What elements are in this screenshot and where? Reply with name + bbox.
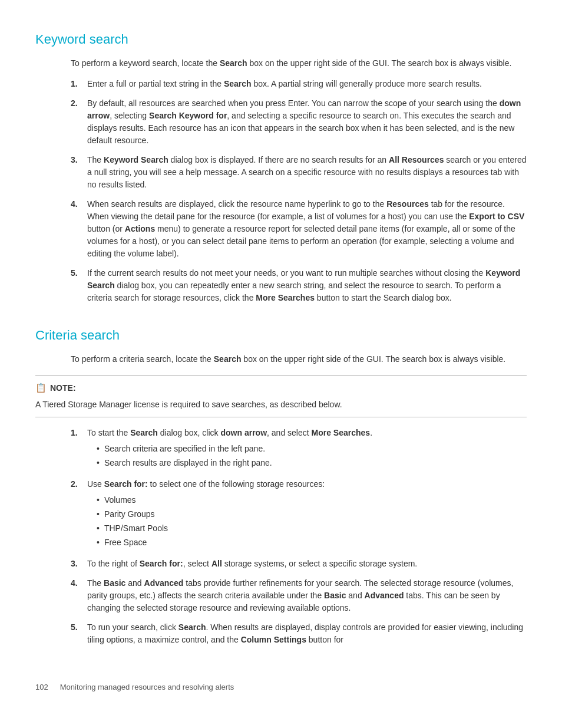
keyword-item-5: If the current search results do not mee… — [71, 267, 527, 304]
criteria-item-1-bullets: Search criteria are specified in the lef… — [87, 443, 527, 469]
criteria-item-4: The Basic and Advanced tabs provide furt… — [71, 577, 527, 614]
criteria-search-section: Criteria search To perform a criteria se… — [35, 325, 527, 646]
keyword-item-4-content: When search results are displayed, click… — [87, 198, 527, 260]
keyword-item-2-content: By default, all resources are searched w… — [87, 97, 527, 147]
criteria-item-3: To the right of Search for:, select All … — [71, 558, 527, 570]
footer: 102 Monitoring managed resources and res… — [35, 681, 527, 693]
criteria-item-1: To start the Search dialog box, click do… — [71, 427, 527, 471]
note-box: 📋 NOTE: A Tiered Storage Manager license… — [35, 375, 527, 417]
keyword-search-title: Keyword search — [35, 29, 527, 49]
criteria-item-1-content: To start the Search dialog box, click do… — [87, 427, 527, 471]
bullet-item: Search results are displayed in the righ… — [97, 457, 527, 469]
criteria-item-2-content: Use Search for: to select one of the fol… — [87, 478, 527, 551]
bullet-item: Parity Groups — [97, 508, 527, 521]
note-icon: 📋 — [35, 381, 47, 395]
criteria-item-5-content: To run your search, click Search. When r… — [87, 621, 527, 646]
criteria-item-3-content: To the right of Search for:, select All … — [87, 558, 527, 570]
keyword-item-1: Enter a full or partial text string in t… — [71, 78, 527, 90]
keyword-item-1-content: Enter a full or partial text string in t… — [87, 78, 527, 90]
keyword-item-2: By default, all resources are searched w… — [71, 97, 527, 147]
criteria-item-2: Use Search for: to select one of the fol… — [71, 478, 527, 551]
keyword-item-3: The Keyword Search dialog box is display… — [71, 154, 527, 191]
criteria-list: To start the Search dialog box, click do… — [71, 427, 527, 646]
criteria-item-2-bullets: Volumes Parity Groups THP/Smart Pools Fr… — [87, 494, 527, 549]
bullet-item: Free Space — [97, 536, 527, 549]
note-label: NOTE: — [50, 382, 76, 394]
bullet-item: Search criteria are specified in the lef… — [97, 443, 527, 455]
keyword-item-3-content: The Keyword Search dialog box is display… — [87, 154, 527, 191]
bullet-item: Volumes — [97, 494, 527, 506]
criteria-item-4-content: The Basic and Advanced tabs provide furt… — [87, 577, 527, 614]
keyword-search-section: Keyword search To perform a keyword sear… — [35, 29, 527, 304]
criteria-intro: To perform a criteria search, locate the… — [71, 353, 527, 365]
note-text: A Tiered Storage Manager license is requ… — [35, 398, 527, 411]
keyword-item-5-content: If the current search results do not mee… — [87, 267, 527, 304]
criteria-search-title: Criteria search — [35, 325, 527, 345]
footer-page-number: 102 — [35, 681, 48, 693]
keyword-list: Enter a full or partial text string in t… — [71, 78, 527, 304]
criteria-item-5: To run your search, click Search. When r… — [71, 621, 527, 646]
keyword-item-4: When search results are displayed, click… — [71, 198, 527, 260]
footer-text: Monitoring managed resources and resolvi… — [60, 681, 234, 693]
keyword-intro: To perform a keyword search, locate the … — [71, 57, 527, 70]
note-header: 📋 NOTE: — [35, 381, 527, 395]
bullet-item: THP/Smart Pools — [97, 522, 527, 535]
